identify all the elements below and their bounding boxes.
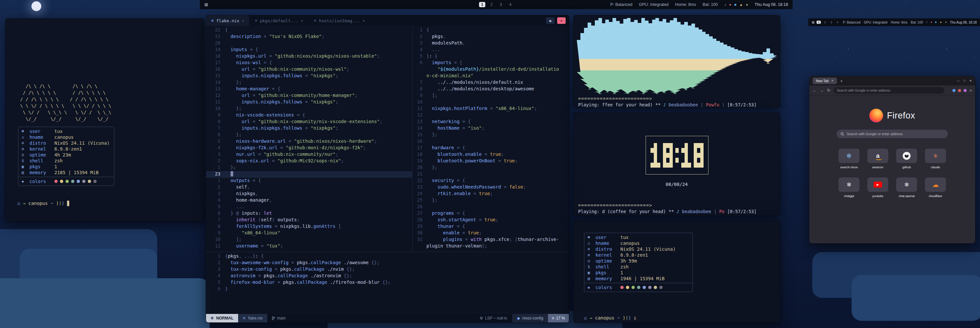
line-number: 10 [206, 237, 225, 243]
window-close-button[interactable]: ✕ [557, 17, 566, 24]
amazon-icon: a [876, 152, 880, 159]
code-text: bluetooth.enable = true; [426, 152, 569, 158]
speed-dial-item-cloudflare[interactable]: ☁cloudflare [922, 177, 948, 198]
fetch-row-kernel: ⚙kernel6.9.8-zen1 [584, 252, 692, 258]
clock-cell [663, 158, 666, 163]
shell-prompt[interactable]: ⌂ → canopus ~ ))) ▯ [584, 315, 636, 320]
code-line: 11 username = "tux"; [206, 243, 412, 250]
fetch-label: colors [595, 284, 620, 290]
forward-button[interactable]: → [820, 88, 824, 93]
editor-window[interactable]: ❄flake.nix✕❄pkgs/default...✕❄hosts/isoIm… [206, 15, 569, 323]
color-dot [54, 180, 58, 183]
newtab-search-bar[interactable]: Search with Google or enter address [837, 130, 948, 138]
hamburger-menu-icon[interactable]: ≡ [970, 89, 972, 92]
speed-dial-item-youtube[interactable]: ▶youtube [865, 177, 891, 198]
speed-dial-item-amazon[interactable]: aamazon [865, 149, 891, 169]
tab-close-icon[interactable]: ✕ [301, 19, 303, 23]
editor-pane-iso[interactable]: 1{2 pkgs,3 modulesPath,4 ...5}: {6 impor… [412, 26, 569, 252]
speed-dial-tile[interactable]: ✻ [838, 177, 859, 192]
app-menu-icon[interactable]: ⊞ [204, 2, 208, 7]
editor-pane-pkgs[interactable]: 1{pkgs, ...}: {2 tux-awesome-wm-config =… [206, 252, 569, 314]
workspace-tag-1[interactable]: 1 [479, 2, 485, 7]
reload-button[interactable]: ↻ [827, 88, 830, 93]
speed-dial-item-claude[interactable]: ✳claude [922, 149, 948, 169]
clock-digit [675, 143, 679, 168]
fetch-label: hname [595, 240, 620, 246]
terminal-fastfetch-right[interactable]: ☻usertux⌂hnamecanopus❄distroNixOS 24.11 … [573, 221, 780, 323]
tray-icon[interactable]: ● [931, 21, 932, 24]
maximize-button[interactable]: □ [964, 79, 965, 82]
speed-dial-tile[interactable] [896, 149, 917, 163]
tab-close-icon[interactable]: ✕ [831, 79, 834, 82]
speed-dial-item-chat-openai[interactable]: ✻chat.openai [894, 177, 920, 198]
firefox-window[interactable]: New Tab ✕ + —□✕ ← → ↻ Search with Google… [809, 76, 975, 244]
editor-pane-flake[interactable]: 22{21 description = "tux's NixOS Flake";… [206, 26, 412, 252]
extension-icon[interactable] [958, 89, 961, 92]
tray-icon[interactable]: ● [746, 3, 748, 6]
tab-close-icon[interactable]: ✕ [363, 19, 365, 23]
speed-dial-item-github[interactable]: github [894, 149, 920, 169]
terminal-clock[interactable]: 08/08/24 =======================> Playin… [573, 113, 780, 216]
scroll-percent-indicator: ≡ 17 % [548, 314, 569, 322]
code-line: 29 thunar = { [413, 223, 569, 230]
speed-dial-tile[interactable]: ✳ [925, 149, 946, 163]
workspace-tag-4[interactable]: 4 [835, 21, 840, 24]
tray-icon[interactable]: ♪ [926, 21, 928, 24]
new-tab-button[interactable]: + [840, 79, 843, 84]
speed-dial-tile[interactable]: ✻ [896, 177, 917, 192]
extension-icon[interactable] [964, 89, 967, 92]
speed-dial-item-chatgpt[interactable]: ✻chatgpt [836, 177, 862, 198]
tray-icon[interactable]: ● [729, 3, 732, 6]
line-number: 6 [206, 286, 225, 293]
workspace-tag-2[interactable]: 2 [823, 21, 827, 24]
workspace-tag-3[interactable]: 3 [498, 2, 504, 7]
code-line: 6} [206, 286, 569, 293]
terminal-fastfetch-left[interactable]: /\ \ /\ \ /\ \ /\ \ / /\ \ \ \ \ / /\ \ … [5, 18, 204, 222]
terminal-visualizer[interactable]: =======================> Playing: ffee f… [573, 15, 780, 108]
shell-prompt[interactable]: ⌂ → canopus ~ ))) ▊ [18, 201, 70, 206]
speed-dial-tile[interactable]: a [867, 149, 888, 163]
code-line: 2 pkgs, [413, 34, 569, 40]
tray-icon[interactable]: ■ [935, 21, 937, 24]
editor-tab-hosts-isoImag-[interactable]: ❄hosts/isoImag...✕ [309, 15, 371, 26]
code-text: }; [225, 165, 412, 171]
tray-icon[interactable]: ♪ [724, 3, 726, 6]
workspace-tag-1[interactable]: 1 [816, 21, 821, 24]
speed-dial-tile[interactable]: ❄ [838, 149, 859, 163]
code-line: 7 inputs.nixpkgs.follows = "nixpkgs"; [206, 125, 412, 132]
workspace-tag-4[interactable]: 4 [508, 2, 514, 7]
workspace-tag-2[interactable]: 2 [488, 2, 495, 7]
tray-icon[interactable]: ■ [734, 3, 737, 6]
clock-cell [657, 143, 660, 148]
tray-icon[interactable]: ▲ [739, 3, 743, 6]
line-number: 2 [206, 158, 225, 165]
code-line: 1 }; [206, 165, 412, 171]
close-button[interactable]: ✕ [969, 79, 972, 82]
clock-cell [675, 163, 679, 168]
cloudflare-icon: ☁ [932, 181, 939, 189]
code-line: 9 nix-vscode-extensions = { [206, 112, 412, 119]
workspace-tag-3[interactable]: 3 [829, 21, 833, 24]
editor-tab-pkgs-default-[interactable]: ❄pkgs/default...✕ [250, 15, 309, 26]
editor-tab-flake-nix[interactable]: ❄flake.nix✕ [206, 15, 250, 26]
buffer-pick-button[interactable]: ◉ [546, 17, 555, 24]
speed-dial-tile[interactable]: ▶ [867, 177, 888, 192]
back-button[interactable]: ← [813, 88, 816, 93]
text-segment: ~ [617, 315, 623, 320]
text-segment: canopus [29, 201, 51, 206]
app-menu-icon[interactable]: ⊞ [811, 20, 815, 25]
speed-dial-label: chatgpt [836, 194, 862, 198]
speed-dial-item-search-nixos[interactable]: ❄search.nixos [836, 149, 862, 169]
minimize-button[interactable]: — [957, 79, 960, 82]
address-bar[interactable]: Search with Google or enter address [834, 87, 944, 93]
speed-dial-label: github [894, 165, 920, 169]
project-label: nixos-config [522, 316, 543, 320]
browser-tab-new-tab[interactable]: New Tab ✕ [813, 78, 837, 84]
tray-icon[interactable]: ▲ [940, 21, 942, 24]
line-number: 9 [206, 230, 225, 237]
clock-cell [684, 158, 688, 163]
speed-dial-tile[interactable]: ☁ [925, 177, 946, 192]
tab-close-icon[interactable]: ✕ [242, 19, 244, 23]
tray-icon[interactable]: ● [945, 21, 947, 24]
extension-icon[interactable] [953, 89, 955, 92]
